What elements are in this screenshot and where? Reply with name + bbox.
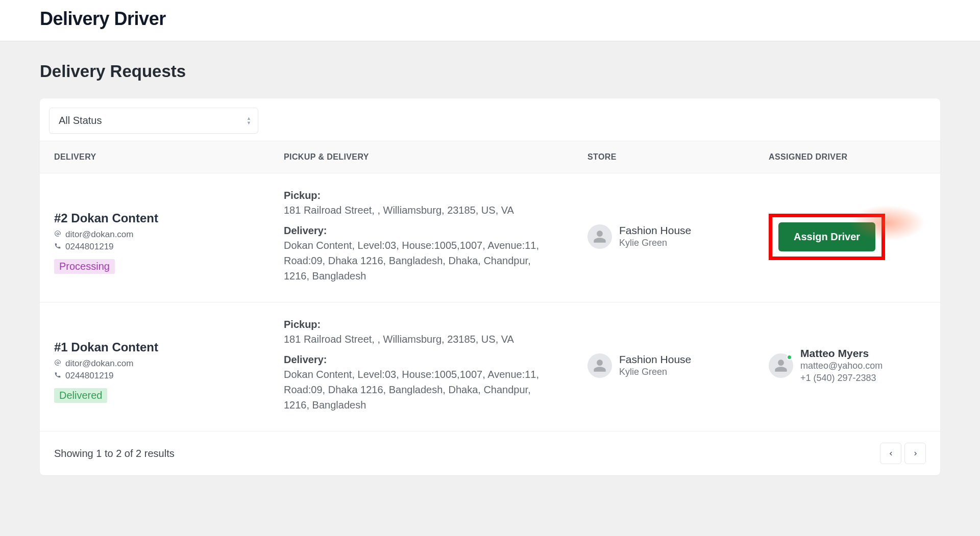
filter-row: All Status ▲▼ — [40, 98, 940, 141]
online-dot-icon — [787, 354, 792, 360]
table-row: #1 Dokan Contentditor@dokan.com024480121… — [40, 302, 940, 431]
driver-name: Matteo Myers — [800, 347, 883, 360]
at-icon — [54, 359, 61, 369]
section-title: Delivery Requests — [40, 62, 940, 81]
col-assigned-driver: ASSIGNED DRIVER — [769, 152, 926, 162]
pickup-label: Pickup: — [284, 319, 587, 330]
delivery-label: Delivery: — [284, 354, 587, 366]
driver-phone: +1 (540) 297-2383 — [800, 372, 883, 384]
col-store: STORE — [587, 152, 769, 162]
chevron-right-icon — [912, 450, 919, 457]
table-header: DELIVERY PICKUP & DELIVERY STORE ASSIGNE… — [40, 141, 940, 173]
page-title: Delivery Driver — [40, 8, 980, 30]
status-badge: Delivered — [54, 388, 107, 403]
store-name: Fashion House — [619, 224, 691, 237]
delivery-cell: #1 Dokan Contentditor@dokan.com024480121… — [54, 329, 284, 403]
status-filter-value[interactable]: All Status — [49, 108, 258, 134]
table-footer: Showing 1 to 2 of 2 results — [40, 431, 940, 475]
main-content: Delivery Requests All Status ▲▼ DELIVERY… — [0, 41, 980, 496]
pickup-delivery-cell: Pickup:181 Railroad Street, , Williamsbu… — [284, 319, 587, 413]
delivery-address: Dokan Content, Level:03, House:1005,1007… — [284, 367, 539, 413]
order-title[interactable]: #1 Dokan Content — [54, 340, 284, 354]
pagination — [880, 443, 926, 464]
avatar — [587, 353, 612, 378]
order-title[interactable]: #2 Dokan Content — [54, 211, 284, 225]
avatar — [587, 224, 612, 249]
pickup-address: 181 Railroad Street, , Williamsburg, 231… — [284, 331, 539, 347]
store-cell: Fashion HouseKylie Green — [587, 224, 769, 249]
order-email: ditor@dokan.com — [65, 229, 134, 240]
store-name: Fashion House — [619, 353, 691, 366]
store-person: Kylie Green — [619, 237, 691, 249]
prev-page-button[interactable] — [880, 443, 901, 464]
pickup-delivery-cell: Pickup:181 Railroad Street, , Williamsbu… — [284, 190, 587, 284]
chevron-left-icon — [888, 450, 894, 457]
next-page-button[interactable] — [904, 443, 926, 464]
driver-email: matteo@yahoo.com — [800, 360, 883, 372]
pickup-address: 181 Railroad Street, , Williamsburg, 231… — [284, 202, 539, 218]
page-header: Delivery Driver — [0, 0, 980, 41]
store-person: Kylie Green — [619, 366, 691, 378]
table-row: #2 Dokan Contentditor@dokan.com024480121… — [40, 173, 940, 302]
driver-cell: Matteo Myersmatteo@yahoo.com+1 (540) 297… — [769, 347, 926, 385]
assign-driver-button[interactable]: Assign Driver — [778, 222, 875, 251]
col-pickup-delivery: PICKUP & DELIVERY — [284, 152, 587, 162]
order-email: ditor@dokan.com — [65, 359, 134, 369]
status-badge: Processing — [54, 259, 115, 274]
results-text: Showing 1 to 2 of 2 results — [54, 448, 175, 460]
phone-icon — [54, 371, 61, 381]
driver-cell: Assign Driver — [769, 214, 926, 260]
order-email-line: ditor@dokan.com — [54, 229, 284, 240]
at-icon — [54, 229, 61, 240]
assigned-driver-info: Matteo Myersmatteo@yahoo.com+1 (540) 297… — [769, 347, 883, 385]
order-phone-line: 0244801219 — [54, 242, 284, 252]
order-phone: 0244801219 — [65, 371, 114, 381]
highlight-annotation: Assign Driver — [769, 214, 885, 260]
chevron-updown-icon: ▲▼ — [247, 117, 251, 125]
store-cell: Fashion HouseKylie Green — [587, 353, 769, 378]
delivery-label: Delivery: — [284, 225, 587, 237]
status-filter[interactable]: All Status ▲▼ — [49, 108, 258, 134]
requests-card: All Status ▲▼ DELIVERY PICKUP & DELIVERY… — [40, 98, 940, 475]
order-phone: 0244801219 — [65, 242, 114, 252]
avatar — [769, 353, 793, 378]
col-delivery: DELIVERY — [54, 152, 284, 162]
phone-icon — [54, 242, 61, 252]
delivery-address: Dokan Content, Level:03, House:1005,1007… — [284, 238, 539, 284]
pickup-label: Pickup: — [284, 190, 587, 201]
order-email-line: ditor@dokan.com — [54, 359, 284, 369]
delivery-cell: #2 Dokan Contentditor@dokan.com024480121… — [54, 200, 284, 274]
order-phone-line: 0244801219 — [54, 371, 284, 381]
